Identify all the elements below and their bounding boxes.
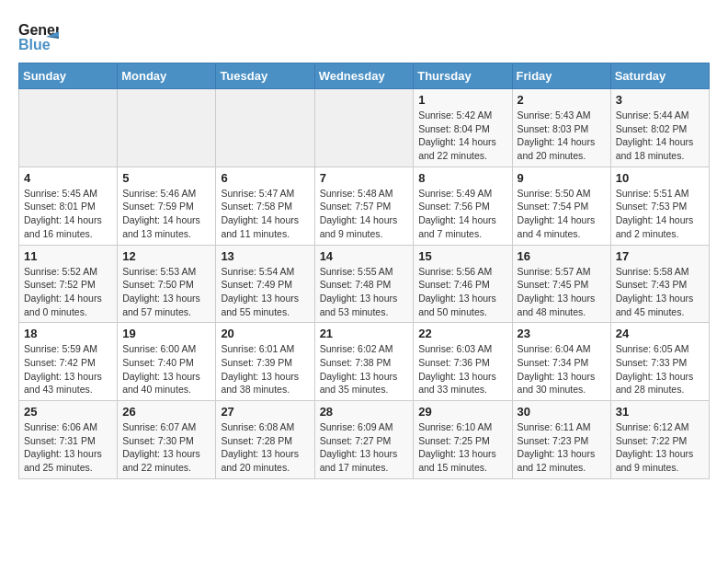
calendar-cell: 22Sunrise: 6:03 AM Sunset: 7:36 PM Dayli… [414, 323, 512, 401]
calendar-cell: 2Sunrise: 5:43 AM Sunset: 8:03 PM Daylig… [512, 89, 610, 167]
day-number: 31 [616, 405, 704, 419]
day-number: 4 [24, 171, 112, 185]
day-info: Sunrise: 6:07 AM Sunset: 7:30 PM Dayligh… [122, 420, 210, 475]
calendar-cell: 31Sunrise: 6:12 AM Sunset: 7:22 PM Dayli… [610, 401, 709, 479]
calendar-week-row: 4Sunrise: 5:45 AM Sunset: 8:01 PM Daylig… [19, 167, 710, 245]
day-number: 20 [221, 327, 309, 340]
calendar-cell [118, 89, 216, 167]
day-number: 19 [122, 327, 210, 340]
day-of-week-header: Friday [512, 63, 610, 89]
calendar-week-row: 1Sunrise: 5:42 AM Sunset: 8:04 PM Daylig… [19, 89, 710, 167]
day-number: 5 [122, 171, 210, 185]
calendar-cell: 15Sunrise: 5:56 AM Sunset: 7:46 PM Dayli… [414, 245, 512, 323]
calendar-cell: 18Sunrise: 5:59 AM Sunset: 7:42 PM Dayli… [19, 323, 118, 401]
day-number: 11 [24, 249, 112, 263]
calendar-week-row: 11Sunrise: 5:52 AM Sunset: 7:52 PM Dayli… [19, 245, 710, 323]
day-of-week-header: Wednesday [314, 63, 414, 89]
calendar-cell: 27Sunrise: 6:08 AM Sunset: 7:28 PM Dayli… [216, 401, 314, 479]
day-info: Sunrise: 6:12 AM Sunset: 7:22 PM Dayligh… [616, 420, 704, 475]
day-number: 18 [24, 327, 112, 340]
day-info: Sunrise: 5:53 AM Sunset: 7:50 PM Dayligh… [122, 265, 210, 319]
day-info: Sunrise: 5:46 AM Sunset: 7:59 PM Dayligh… [122, 187, 210, 241]
day-info: Sunrise: 5:56 AM Sunset: 7:46 PM Dayligh… [418, 265, 506, 319]
calendar-cell: 26Sunrise: 6:07 AM Sunset: 7:30 PM Dayli… [118, 401, 216, 479]
calendar-cell: 17Sunrise: 5:58 AM Sunset: 7:43 PM Dayli… [610, 245, 709, 323]
day-info: Sunrise: 6:01 AM Sunset: 7:39 PM Dayligh… [221, 342, 309, 396]
calendar-cell: 8Sunrise: 5:49 AM Sunset: 7:56 PM Daylig… [414, 167, 512, 245]
calendar-cell: 5Sunrise: 5:46 AM Sunset: 7:59 PM Daylig… [118, 167, 216, 245]
calendar-cell: 3Sunrise: 5:44 AM Sunset: 8:02 PM Daylig… [610, 89, 709, 167]
day-info: Sunrise: 6:11 AM Sunset: 7:23 PM Dayligh… [518, 420, 606, 475]
day-number: 25 [24, 405, 112, 419]
day-number: 7 [320, 171, 409, 185]
day-number: 14 [320, 249, 409, 263]
svg-text:Blue: Blue [18, 37, 51, 52]
day-info: Sunrise: 6:03 AM Sunset: 7:36 PM Dayligh… [418, 342, 506, 396]
logo-icon: General Blue [18, 18, 59, 53]
day-info: Sunrise: 6:05 AM Sunset: 7:33 PM Dayligh… [616, 342, 704, 396]
day-number: 3 [616, 93, 704, 107]
day-number: 21 [320, 327, 409, 340]
day-number: 29 [418, 405, 506, 419]
calendar-cell [314, 89, 414, 167]
day-number: 2 [518, 93, 606, 107]
day-info: Sunrise: 5:58 AM Sunset: 7:43 PM Dayligh… [616, 265, 704, 319]
calendar-cell: 20Sunrise: 6:01 AM Sunset: 7:39 PM Dayli… [216, 323, 314, 401]
day-number: 10 [616, 171, 704, 185]
calendar-cell: 24Sunrise: 6:05 AM Sunset: 7:33 PM Dayli… [610, 323, 709, 401]
day-number: 15 [418, 249, 506, 263]
calendar-cell: 7Sunrise: 5:48 AM Sunset: 7:57 PM Daylig… [314, 167, 414, 245]
calendar-header-row: SundayMondayTuesdayWednesdayThursdayFrid… [19, 63, 710, 89]
calendar-cell: 30Sunrise: 6:11 AM Sunset: 7:23 PM Dayli… [512, 401, 610, 479]
day-info: Sunrise: 6:06 AM Sunset: 7:31 PM Dayligh… [24, 420, 112, 475]
day-info: Sunrise: 6:04 AM Sunset: 7:34 PM Dayligh… [518, 342, 606, 396]
day-of-week-header: Monday [118, 63, 216, 89]
calendar-cell: 23Sunrise: 6:04 AM Sunset: 7:34 PM Dayli… [512, 323, 610, 401]
day-info: Sunrise: 5:51 AM Sunset: 7:53 PM Dayligh… [616, 187, 704, 241]
calendar-week-row: 18Sunrise: 5:59 AM Sunset: 7:42 PM Dayli… [19, 323, 710, 401]
calendar-cell: 13Sunrise: 5:54 AM Sunset: 7:49 PM Dayli… [216, 245, 314, 323]
day-info: Sunrise: 5:55 AM Sunset: 7:48 PM Dayligh… [320, 265, 409, 319]
day-of-week-header: Saturday [610, 63, 709, 89]
day-number: 22 [418, 327, 506, 340]
logo: General Blue [18, 18, 59, 53]
calendar-cell: 4Sunrise: 5:45 AM Sunset: 8:01 PM Daylig… [19, 167, 118, 245]
day-info: Sunrise: 6:00 AM Sunset: 7:40 PM Dayligh… [122, 342, 210, 396]
day-number: 28 [320, 405, 409, 419]
calendar-cell: 19Sunrise: 6:00 AM Sunset: 7:40 PM Dayli… [118, 323, 216, 401]
day-info: Sunrise: 5:44 AM Sunset: 8:02 PM Dayligh… [616, 109, 704, 163]
calendar-cell: 16Sunrise: 5:57 AM Sunset: 7:45 PM Dayli… [512, 245, 610, 323]
day-number: 8 [418, 171, 506, 185]
day-info: Sunrise: 6:09 AM Sunset: 7:27 PM Dayligh… [320, 420, 409, 475]
day-info: Sunrise: 6:02 AM Sunset: 7:38 PM Dayligh… [320, 342, 409, 396]
day-number: 6 [221, 171, 309, 185]
day-info: Sunrise: 5:45 AM Sunset: 8:01 PM Dayligh… [24, 187, 112, 241]
calendar-cell: 25Sunrise: 6:06 AM Sunset: 7:31 PM Dayli… [19, 401, 118, 479]
day-info: Sunrise: 5:48 AM Sunset: 7:57 PM Dayligh… [320, 187, 409, 241]
day-number: 23 [518, 327, 606, 340]
calendar-table: SundayMondayTuesdayWednesdayThursdayFrid… [18, 63, 710, 479]
day-number: 27 [221, 405, 309, 419]
day-info: Sunrise: 6:10 AM Sunset: 7:25 PM Dayligh… [418, 420, 506, 475]
day-number: 12 [122, 249, 210, 263]
day-of-week-header: Tuesday [216, 63, 314, 89]
calendar-cell: 29Sunrise: 6:10 AM Sunset: 7:25 PM Dayli… [414, 401, 512, 479]
day-number: 16 [518, 249, 606, 263]
day-of-week-header: Thursday [414, 63, 512, 89]
day-info: Sunrise: 5:59 AM Sunset: 7:42 PM Dayligh… [24, 342, 112, 396]
calendar-cell: 11Sunrise: 5:52 AM Sunset: 7:52 PM Dayli… [19, 245, 118, 323]
day-number: 30 [518, 405, 606, 419]
calendar-cell [216, 89, 314, 167]
day-number: 13 [221, 249, 309, 263]
calendar-cell: 28Sunrise: 6:09 AM Sunset: 7:27 PM Dayli… [314, 401, 414, 479]
calendar-cell: 14Sunrise: 5:55 AM Sunset: 7:48 PM Dayli… [314, 245, 414, 323]
day-info: Sunrise: 5:43 AM Sunset: 8:03 PM Dayligh… [518, 109, 606, 163]
day-number: 24 [616, 327, 704, 340]
calendar-cell: 1Sunrise: 5:42 AM Sunset: 8:04 PM Daylig… [414, 89, 512, 167]
day-info: Sunrise: 5:50 AM Sunset: 7:54 PM Dayligh… [518, 187, 606, 241]
calendar-cell: 12Sunrise: 5:53 AM Sunset: 7:50 PM Dayli… [118, 245, 216, 323]
day-number: 17 [616, 249, 704, 263]
day-number: 26 [122, 405, 210, 419]
day-info: Sunrise: 5:52 AM Sunset: 7:52 PM Dayligh… [24, 265, 112, 319]
day-of-week-header: Sunday [19, 63, 118, 89]
